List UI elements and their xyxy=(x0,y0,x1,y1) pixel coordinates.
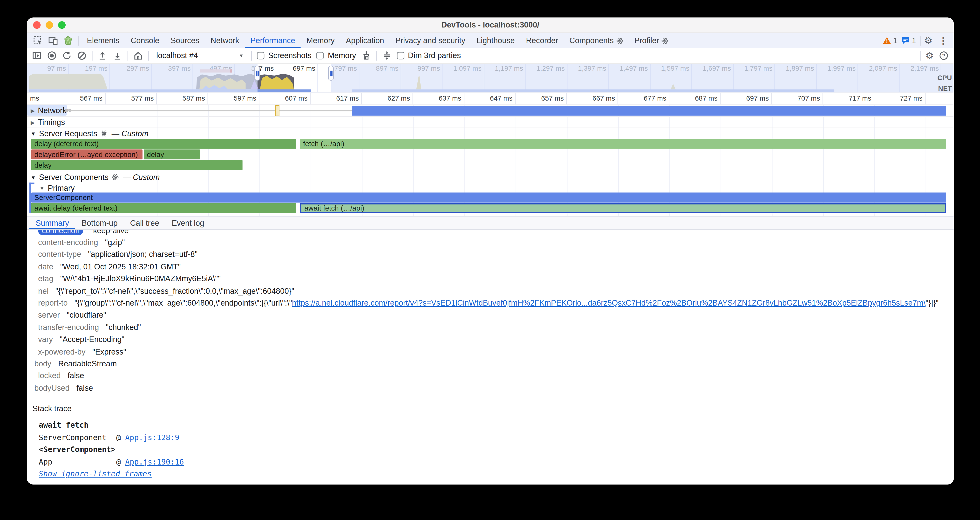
upload-profile-icon[interactable] xyxy=(97,51,107,60)
flame-bar[interactable]: ServerComponent xyxy=(31,192,946,202)
source-location-link[interactable]: App.js:128:9 xyxy=(125,433,180,442)
collect-garbage-icon[interactable] xyxy=(361,51,371,60)
track-header-server-components[interactable]: ▼ Server Components — Custom xyxy=(27,172,164,183)
selection-handle-right[interactable] xyxy=(328,65,334,81)
source-location-link[interactable]: App.js:190:16 xyxy=(125,457,184,466)
memory-checkbox[interactable]: Memory xyxy=(317,51,356,60)
screenshots-checkbox[interactable]: Screenshots xyxy=(257,51,312,60)
flame-bar[interactable]: await fetch (…/api) xyxy=(300,203,946,213)
tab-sources[interactable]: Sources xyxy=(165,33,205,48)
show-ignore-listed-frames-link[interactable]: Show ignore-listed frames xyxy=(39,469,152,478)
report-endpoint-link[interactable]: https://a.nel.cloudflare.com/report/v4?s… xyxy=(292,299,926,307)
flame-bar[interactable]: delayedError (…ayed exception) xyxy=(31,149,143,159)
tab-recorder[interactable]: Recorder xyxy=(520,33,564,48)
details-tab-bottom-up[interactable]: Bottom-up xyxy=(75,217,124,229)
close-window-button[interactable] xyxy=(33,21,40,29)
track-header-network[interactable]: ▶ Network xyxy=(27,105,67,116)
dim-3rd-parties-checkbox[interactable]: Dim 3rd parties xyxy=(397,51,461,60)
reload-record-icon[interactable] xyxy=(62,51,72,60)
tab-privacy-and-security[interactable]: Privacy and security xyxy=(390,33,471,48)
details-tab-summary[interactable]: Summary xyxy=(29,217,75,229)
details-tab-event-log[interactable]: Event log xyxy=(165,217,210,229)
ruler-tick: 687 ms xyxy=(670,92,721,105)
property-row: content-encoding"gzip" xyxy=(33,237,954,249)
checkbox-box[interactable] xyxy=(397,52,404,59)
settings-gear-icon[interactable]: ⚙ xyxy=(924,36,932,46)
tab-elements[interactable]: Elements xyxy=(81,33,125,48)
flame-chart[interactable]: ▶ Network ▶ Timings ▼ Server Requests xyxy=(27,105,954,216)
home-live-metrics-icon[interactable] xyxy=(133,51,143,60)
track-label: Server Components xyxy=(39,173,108,181)
property-value: "W/\"4b1-RjEJloX9kRinu6F0MAZMmy6E5iA\"" xyxy=(60,275,221,283)
screen: DevTools - localhost:3000/ Elements xyxy=(0,0,980,520)
tab-lighthouse[interactable]: Lighthouse xyxy=(471,33,520,48)
disclosure-triangle-icon[interactable]: ▼ xyxy=(39,185,45,191)
flame-bar[interactable]: delay (deferred text) xyxy=(31,139,296,149)
minimize-window-button[interactable] xyxy=(46,21,53,29)
frame-name: ServerComponent xyxy=(39,433,116,442)
checkbox-box[interactable] xyxy=(317,52,324,59)
stack-frame: ServerComponent@App.js:128:9 xyxy=(33,431,954,444)
ruler-tick: 607 ms xyxy=(259,92,311,105)
property-value: "chunked" xyxy=(106,323,141,332)
disclosure-triangle-icon[interactable]: ▶ xyxy=(30,119,35,126)
details-tab-call-tree[interactable]: Call tree xyxy=(124,217,165,229)
help-icon[interactable]: ? xyxy=(939,51,949,60)
tab-network[interactable]: Network xyxy=(205,33,245,48)
disclosure-triangle-icon[interactable]: ▼ xyxy=(30,130,36,137)
warning-icon[interactable] xyxy=(883,36,891,45)
disclosure-triangle-icon[interactable]: ▶ xyxy=(30,107,35,113)
tab-profiler[interactable]: Profiler xyxy=(628,33,674,48)
collapse-flame-icon[interactable] xyxy=(382,51,391,60)
tab-label: Sources xyxy=(171,36,199,45)
property-row: bodyReadableStream xyxy=(33,358,954,370)
disclosure-triangle-icon[interactable]: ▼ xyxy=(30,174,36,180)
property-row: nel"{\"report_to\":\"cf-nel\",\"success_… xyxy=(33,285,954,297)
timeline-marker[interactable] xyxy=(275,105,279,116)
download-profile-icon[interactable] xyxy=(113,51,123,60)
clear-icon[interactable] xyxy=(77,51,87,60)
tab-components[interactable]: Components xyxy=(564,33,628,48)
checkbox-box[interactable] xyxy=(257,52,264,59)
property-row: server"cloudflare" xyxy=(33,309,954,321)
checkbox-label: Dim 3rd parties xyxy=(408,51,461,60)
tab-memory[interactable]: Memory xyxy=(301,33,340,48)
toggle-panel-icon[interactable] xyxy=(32,51,42,60)
chevron-down-icon: ▼ xyxy=(239,53,244,58)
property-value: "Accept-Encoding" xyxy=(60,335,124,344)
property-key: report-to xyxy=(38,299,67,307)
track-header-server-requests[interactable]: ▼ Server Requests — Custom xyxy=(27,128,152,139)
panel-settings-gear-icon[interactable]: ⚙ xyxy=(925,51,934,60)
property-value: ReadableStream xyxy=(58,359,117,368)
history-dropdown[interactable]: localhost #4 ▼ xyxy=(154,50,247,62)
kebab-menu-icon[interactable]: ⋮ xyxy=(939,36,947,46)
record-icon[interactable] xyxy=(47,51,57,60)
tab-label: Elements xyxy=(87,36,119,45)
timeline-overview[interactable]: 97 ms197 ms297 ms397 ms497 ms597 ms697 m… xyxy=(27,64,954,92)
zoom-window-button[interactable] xyxy=(58,21,65,29)
summary-pane[interactable]: connection"keep-alive"content-encoding"g… xyxy=(27,230,954,485)
selection-handle-left[interactable] xyxy=(255,65,260,81)
issues-message-icon[interactable] xyxy=(901,36,910,45)
property-key: nel xyxy=(38,287,48,296)
divider xyxy=(127,51,128,60)
property-value: "keep-alive" xyxy=(90,230,131,235)
network-request-bar[interactable] xyxy=(352,106,946,116)
title-bar: DevTools - localhost:3000/ xyxy=(27,17,954,33)
flame-bar[interactable]: delay xyxy=(31,160,243,170)
device-toolbar-icon[interactable] xyxy=(48,36,58,46)
tab-console[interactable]: Console xyxy=(125,33,165,48)
track-header-primary[interactable]: ▼ Primary xyxy=(36,183,79,193)
tab-application[interactable]: Application xyxy=(340,33,390,48)
ruler-tick: 707 ms xyxy=(772,92,823,105)
tab-label: Network xyxy=(210,36,239,45)
flame-bar[interactable]: delay xyxy=(144,149,200,159)
flame-bar[interactable]: await delay (deferred text) xyxy=(31,203,296,213)
stack-frame: <ServerComponent> xyxy=(33,444,954,456)
frame-name: App xyxy=(39,457,116,466)
inspect-element-icon[interactable] xyxy=(33,36,43,46)
tab-performance[interactable]: Performance xyxy=(245,33,301,48)
track-header-timings[interactable]: ▶ Timings xyxy=(27,117,68,127)
flame-bar[interactable]: fetch (…/api) xyxy=(300,139,946,149)
property-key: content-encoding xyxy=(38,238,98,247)
